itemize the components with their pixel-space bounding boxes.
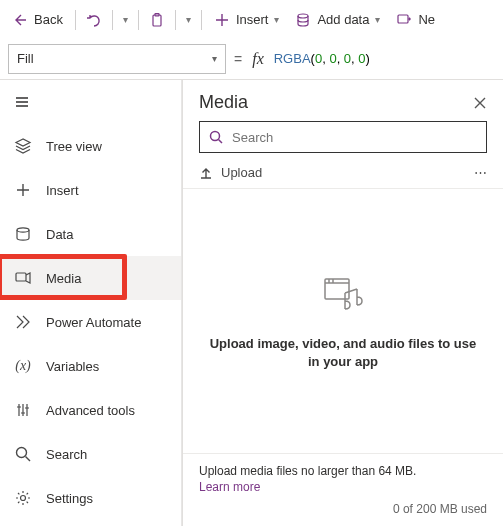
undo-icon xyxy=(86,12,102,28)
database-icon xyxy=(295,12,311,28)
nav-label: Tree view xyxy=(46,139,102,154)
search-box[interactable] xyxy=(199,121,487,153)
top-toolbar: Back ▾ ▾ Insert ▾ Add data ▾ N xyxy=(0,0,503,40)
panel-footer: Upload media files no larger than 64 MB.… xyxy=(183,453,503,526)
chevron-down-icon: ▾ xyxy=(186,14,191,25)
variable-icon: (x) xyxy=(14,357,32,375)
media-panel: Media Upload ⋯ xyxy=(182,80,503,526)
svg-rect-5 xyxy=(16,273,26,281)
nav-item-media[interactable]: Media xyxy=(0,256,181,300)
search-input[interactable] xyxy=(232,130,478,145)
fx-icon[interactable]: fx xyxy=(250,50,266,68)
svg-point-6 xyxy=(17,448,27,458)
nav-item-data[interactable]: Data xyxy=(0,212,181,256)
formula-input[interactable]: RGBA(0, 0, 0, 0) xyxy=(274,51,495,66)
learn-more-link[interactable]: Learn more xyxy=(199,480,487,494)
separator xyxy=(138,10,139,30)
nav-label: Settings xyxy=(46,491,93,506)
nav-label: Insert xyxy=(46,183,79,198)
separator xyxy=(112,10,113,30)
new-screen-icon xyxy=(396,12,412,28)
nav-label: Search xyxy=(46,447,87,462)
nav-item-search[interactable]: Search xyxy=(0,432,181,476)
data-icon xyxy=(14,225,32,243)
undo-button[interactable] xyxy=(82,8,106,32)
chevron-down-icon: ▾ xyxy=(274,14,279,25)
media-empty-icon xyxy=(319,271,367,319)
nav-item-variables[interactable]: (x) Variables xyxy=(0,344,181,388)
nav-label: Variables xyxy=(46,359,99,374)
nav-item-insert[interactable]: Insert xyxy=(0,168,181,212)
svg-rect-0 xyxy=(153,15,161,26)
paste-button[interactable] xyxy=(145,8,169,32)
layers-icon xyxy=(14,137,32,155)
back-button[interactable]: Back xyxy=(6,8,69,32)
chevron-down-icon: ▾ xyxy=(375,14,380,25)
add-data-label: Add data xyxy=(317,12,369,27)
panel-title: Media xyxy=(199,92,248,113)
chevron-down-icon: ▾ xyxy=(123,14,128,25)
nav-item-settings[interactable]: Settings xyxy=(0,476,181,520)
nav-item-power-automate[interactable]: Power Automate xyxy=(0,300,181,344)
formula-bar: Fill ▾ = fx RGBA(0, 0, 0, 0) xyxy=(0,40,503,80)
footer-message: Upload media files no larger than 64 MB. xyxy=(199,464,487,478)
add-data-button[interactable]: Add data ▾ xyxy=(289,8,386,32)
empty-text: Upload image, video, and audio files to … xyxy=(207,335,479,371)
search-icon xyxy=(14,445,32,463)
svg-point-11 xyxy=(211,132,220,141)
tools-icon xyxy=(14,401,32,419)
media-icon xyxy=(14,269,32,287)
insert-button[interactable]: Insert ▾ xyxy=(208,8,286,32)
upload-button[interactable]: Upload xyxy=(199,165,262,180)
nav-item-tree-view[interactable]: Tree view xyxy=(0,124,181,168)
new-screen-label: Ne xyxy=(418,12,435,27)
usage-text: 0 of 200 MB used xyxy=(199,502,487,516)
gear-icon xyxy=(14,489,32,507)
nav-label: Data xyxy=(46,227,73,242)
flow-icon xyxy=(14,313,32,331)
search-wrap xyxy=(183,121,503,161)
clipboard-icon xyxy=(149,12,165,28)
svg-rect-3 xyxy=(398,15,408,23)
upload-label: Upload xyxy=(221,165,262,180)
chevron-down-icon: ▾ xyxy=(212,53,217,64)
left-nav: Tree view Insert Data Media Power xyxy=(0,80,182,526)
undo-split-button[interactable]: ▾ xyxy=(119,10,132,29)
insert-label: Insert xyxy=(236,12,269,27)
plus-icon xyxy=(214,12,230,28)
separator xyxy=(175,10,176,30)
equals-label: = xyxy=(234,51,242,67)
svg-point-2 xyxy=(298,14,308,18)
nav-item-virtual-agent[interactable]: Ask a virtual agent xyxy=(0,520,181,526)
nav-label: Advanced tools xyxy=(46,403,135,418)
nav-item-advanced-tools[interactable]: Advanced tools xyxy=(0,388,181,432)
paste-split-button[interactable]: ▾ xyxy=(182,10,195,29)
property-selector[interactable]: Fill ▾ xyxy=(8,44,226,74)
back-label: Back xyxy=(34,12,63,27)
main-area: Tree view Insert Data Media Power xyxy=(0,80,503,526)
search-icon xyxy=(208,129,224,145)
property-label: Fill xyxy=(17,51,34,66)
formula-function: RGBA xyxy=(274,51,311,66)
more-button[interactable]: ⋯ xyxy=(474,165,487,180)
svg-point-7 xyxy=(21,496,26,501)
hamburger-button[interactable] xyxy=(0,80,181,124)
empty-state: Upload image, video, and audio files to … xyxy=(183,189,503,453)
plus-icon xyxy=(14,181,32,199)
panel-subbar: Upload ⋯ xyxy=(183,161,503,189)
nav-label: Media xyxy=(46,271,81,286)
close-button[interactable] xyxy=(473,96,487,110)
separator xyxy=(201,10,202,30)
nav-label: Power Automate xyxy=(46,315,141,330)
svg-point-4 xyxy=(17,228,29,232)
panel-header: Media xyxy=(183,80,503,121)
upload-icon xyxy=(199,166,213,180)
separator xyxy=(75,10,76,30)
arrow-left-icon xyxy=(12,12,28,28)
new-screen-button[interactable]: Ne xyxy=(390,8,441,32)
